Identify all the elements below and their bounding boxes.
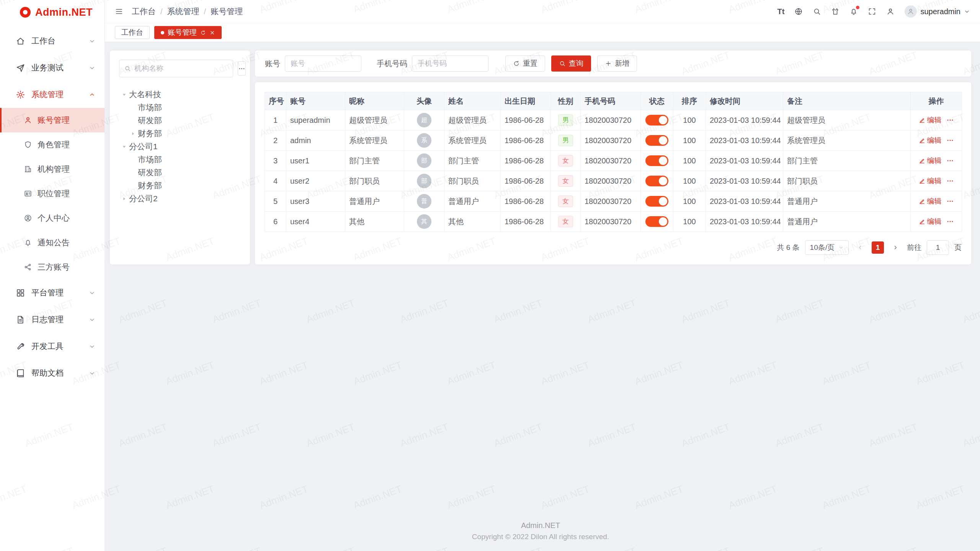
avatar-cell: 部 xyxy=(404,151,444,171)
edit-button[interactable]: 编辑 xyxy=(919,135,942,145)
status-toggle[interactable] xyxy=(645,135,668,146)
language-icon[interactable] xyxy=(794,7,803,16)
prev-page-button[interactable] xyxy=(854,241,866,254)
more-actions-icon[interactable] xyxy=(946,177,954,185)
tree-node[interactable]: 研发部 xyxy=(119,166,241,179)
sidebar-subitem[interactable]: 三方账号 xyxy=(0,255,105,279)
tab[interactable]: 工作台 xyxy=(115,26,150,39)
caret-icon[interactable] xyxy=(128,129,138,139)
tree-more-button[interactable] xyxy=(238,61,246,76)
sidebar-item[interactable]: 开发工具 xyxy=(0,333,105,360)
remark-cell: 普通用户 xyxy=(783,212,911,232)
sidebar-subitem[interactable]: 个人中心 xyxy=(0,206,105,230)
nickname-cell: 普通用户 xyxy=(345,191,404,212)
tree-node-label: 分公司1 xyxy=(129,141,158,152)
sidebar-item[interactable]: 业务测试 xyxy=(0,54,105,81)
link-icon xyxy=(24,263,32,271)
column-header: 操作 xyxy=(911,92,962,110)
caret-icon[interactable] xyxy=(119,142,129,152)
page-size-value: 10条/页 xyxy=(810,243,835,253)
building-icon xyxy=(24,165,32,173)
sidebar-subitem[interactable]: 账号管理 xyxy=(0,108,105,132)
column-header: 姓名 xyxy=(444,92,501,110)
tree-node[interactable]: 分公司2 xyxy=(119,192,241,205)
edit-button[interactable]: 编辑 xyxy=(919,115,942,125)
edit-button[interactable]: 编辑 xyxy=(919,217,942,227)
reset-button[interactable]: 重置 xyxy=(505,55,545,72)
tree-node[interactable]: 市场部 xyxy=(119,153,241,166)
sidebar-subitem-label: 职位管理 xyxy=(38,188,70,199)
page-size-select[interactable]: 10条/页 xyxy=(805,240,849,255)
more-actions-icon[interactable] xyxy=(946,157,954,165)
ops-cell: 编辑 xyxy=(911,171,962,191)
search-button[interactable]: 查询 xyxy=(551,55,591,72)
tab[interactable]: 账号管理 xyxy=(154,26,222,39)
theme-icon[interactable] xyxy=(831,7,840,16)
fullscreen-icon[interactable] xyxy=(868,7,876,16)
no-cell: 5 xyxy=(265,191,286,212)
status-toggle[interactable] xyxy=(645,115,668,126)
more-actions-icon[interactable] xyxy=(946,197,954,205)
user-menu[interactable]: superadmin xyxy=(905,5,970,18)
sidebar-subitem[interactable]: 角色管理 xyxy=(0,132,105,157)
birthday-cell: 1986-06-28 xyxy=(501,171,551,191)
sidebar-subitem[interactable]: 通知公告 xyxy=(0,230,105,255)
next-page-button[interactable] xyxy=(889,241,902,254)
refresh-icon[interactable] xyxy=(200,30,206,36)
no-cell: 4 xyxy=(265,171,286,191)
tree-node[interactable]: 大名科技 xyxy=(119,88,241,101)
account-input[interactable] xyxy=(285,55,361,72)
caret-icon[interactable] xyxy=(119,90,129,99)
edit-button[interactable]: 编辑 xyxy=(919,176,942,186)
phone-cell: 18020030720 xyxy=(581,171,641,191)
sidebar-item[interactable]: 日志管理 xyxy=(0,306,105,333)
tree-node[interactable]: 财务部 xyxy=(119,179,241,192)
name-cell: 普通用户 xyxy=(444,191,501,212)
nickname-cell: 其他 xyxy=(345,212,404,232)
tree-node[interactable]: 市场部 xyxy=(119,101,241,114)
accounts-table-card: 序号账号昵称头像姓名出生日期性别手机号码状态排序修改时间备注操作1superad… xyxy=(255,82,971,264)
status-toggle[interactable] xyxy=(645,216,668,227)
account-label: 账号 xyxy=(265,59,280,69)
phone-input[interactable] xyxy=(412,55,488,72)
sort-cell: 100 xyxy=(673,191,706,212)
sidebar-item[interactable]: 帮助文档 xyxy=(0,360,105,386)
chevron-down-icon xyxy=(89,370,95,377)
status-toggle[interactable] xyxy=(645,176,668,186)
sidebar-item[interactable]: 系统管理 xyxy=(0,81,105,108)
org-search-input[interactable] xyxy=(134,64,228,73)
goto-page-input[interactable] xyxy=(927,240,949,255)
search-icon xyxy=(124,65,131,72)
more-actions-icon[interactable] xyxy=(946,218,954,225)
column-header: 头像 xyxy=(404,92,444,110)
font-size-action[interactable]: Tt xyxy=(777,7,785,16)
status-toggle[interactable] xyxy=(645,196,668,207)
close-icon[interactable] xyxy=(209,30,215,36)
sidebar-item-label: 日志管理 xyxy=(31,314,64,325)
page-number-button[interactable]: 1 xyxy=(872,241,884,254)
menu-collapse-icon[interactable] xyxy=(115,7,123,16)
more-actions-icon[interactable] xyxy=(946,137,954,144)
notification-bell-icon[interactable] xyxy=(849,7,858,16)
gender-badge: 男 xyxy=(558,114,573,126)
modified-cell: 2023-01-03 10:59:44 xyxy=(706,151,783,171)
edit-button[interactable]: 编辑 xyxy=(919,196,942,206)
tree-node[interactable]: 分公司1 xyxy=(119,140,241,153)
account-cell: user1 xyxy=(286,151,345,171)
add-button[interactable]: 新增 xyxy=(597,55,637,72)
sidebar-item[interactable]: 平台管理 xyxy=(0,279,105,306)
breadcrumb-item[interactable]: 工作台 xyxy=(132,6,156,17)
status-toggle[interactable] xyxy=(645,155,668,166)
tree-node[interactable]: 研发部 xyxy=(119,114,241,127)
edit-button[interactable]: 编辑 xyxy=(919,156,942,166)
sidebar-subitem[interactable]: 机构管理 xyxy=(0,157,105,181)
sidebar-item[interactable]: 工作台 xyxy=(0,28,105,54)
sidebar-subitem[interactable]: 职位管理 xyxy=(0,181,105,206)
breadcrumb-item[interactable]: 系统管理 xyxy=(167,6,199,17)
tree-node[interactable]: 财务部 xyxy=(119,127,241,140)
user-icon[interactable] xyxy=(886,7,895,16)
caret-icon[interactable] xyxy=(119,194,129,204)
logo[interactable]: Admin.NET xyxy=(0,0,105,24)
search-icon[interactable] xyxy=(813,7,821,16)
more-actions-icon[interactable] xyxy=(946,116,954,124)
